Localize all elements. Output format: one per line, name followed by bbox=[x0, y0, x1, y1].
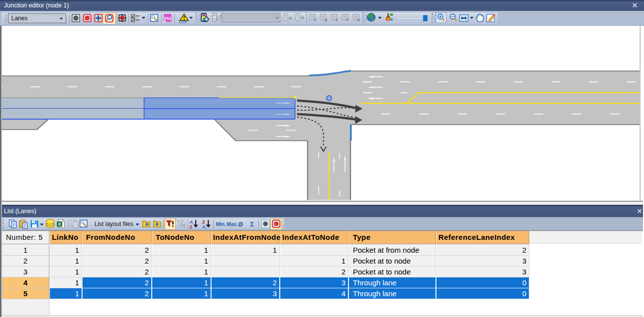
svg-text:Max.: Max. bbox=[227, 222, 238, 227]
svg-text:LOS: LOS bbox=[179, 20, 186, 24]
svg-text:Vs1: Vs1 bbox=[164, 16, 172, 21]
svg-text:List layout files: List layout files bbox=[94, 221, 133, 227]
svg-text:Min.: Min. bbox=[216, 222, 226, 227]
svg-text:X: X bbox=[58, 222, 61, 226]
svg-text:A: A bbox=[202, 224, 206, 229]
svg-text:Z: Z bbox=[190, 224, 193, 229]
svg-text:Σ: Σ bbox=[250, 221, 254, 228]
svg-text:Ø: Ø bbox=[238, 221, 243, 228]
